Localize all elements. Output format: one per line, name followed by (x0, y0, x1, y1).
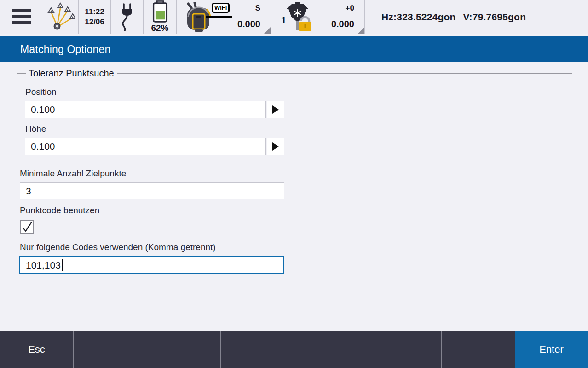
panel-expand-corner (264, 27, 271, 34)
power-plug-icon (118, 3, 136, 31)
resection-status-button[interactable] (44, 0, 79, 34)
min-points-input[interactable]: 3 (20, 182, 284, 199)
position-label: Position (25, 87, 57, 97)
hz-angle-readout: Hz:323.5224gon (381, 12, 456, 22)
v-angle-readout: V:79.7695gon (463, 12, 526, 22)
height-expand-button[interactable] (267, 138, 284, 155)
softkey-2[interactable] (73, 331, 147, 368)
use-pointcode-checkbox[interactable] (20, 220, 34, 234)
status-time: 11:22 (85, 7, 104, 17)
height-value: 0.100 (31, 141, 55, 152)
target-offset-label: +0 (346, 4, 354, 13)
codes-input[interactable]: 101,103 (19, 256, 284, 274)
resection-icon (47, 2, 75, 32)
radio-link-line (206, 16, 232, 18)
target-id-label: 1 (281, 15, 286, 26)
status-date: 12/06 (85, 17, 104, 27)
softkey-6[interactable] (368, 331, 441, 368)
min-points-value: 3 (26, 186, 31, 197)
clock-panel: 11:22 12/06 (79, 0, 111, 34)
form-area: Toleranz Punktsuche Position 0.100 Höhe … (0, 62, 588, 331)
screen: 11:22 12/06 62% (0, 0, 588, 368)
codes-value: 101,103 (26, 260, 61, 271)
arrow-right-icon (272, 105, 279, 114)
power-status-panel (111, 0, 144, 34)
function-key-bar: Esc Enter (0, 331, 588, 368)
menu-button[interactable] (0, 0, 44, 34)
panel-expand-corner (358, 27, 364, 34)
position-input[interactable]: 0.100 (25, 101, 266, 118)
wifi-badge: WiFi (212, 3, 230, 13)
battery-panel: 62% (144, 0, 177, 34)
text-cursor (62, 259, 63, 271)
softkey-5[interactable] (294, 331, 368, 368)
page-title: Matching Optionen (20, 43, 110, 56)
battery-icon (151, 0, 169, 23)
checkmark-icon (21, 221, 33, 233)
enter-button[interactable]: Enter (515, 331, 588, 368)
instrument-status-button[interactable]: WiFi S 0.000 (177, 0, 271, 34)
position-value: 0.100 (31, 104, 55, 115)
target-status-button[interactable]: 1 +0 0.000 (271, 0, 365, 34)
instrument-mode-label: S (255, 4, 260, 13)
target-value: 0.000 (331, 19, 354, 29)
position-expand-button[interactable] (267, 101, 284, 118)
softkey-3[interactable] (147, 331, 220, 368)
status-bar: 11:22 12/06 62% (0, 0, 588, 34)
battery-percent: 62% (151, 23, 168, 33)
min-points-label: Minimale Anzahl Zielpunkte (20, 169, 126, 179)
tolerance-group: Toleranz Punktsuche Position 0.100 Höhe … (17, 73, 572, 163)
hamburger-icon (12, 6, 31, 27)
arrow-right-icon (272, 142, 279, 151)
esc-button[interactable]: Esc (0, 331, 73, 368)
angle-readout-panel: Hz:323.5224gonV:79.7695gon (365, 0, 588, 34)
tolerance-group-legend: Toleranz Punktsuche (26, 67, 117, 80)
softkey-4[interactable] (220, 331, 294, 368)
title-bar: Matching Optionen (0, 36, 588, 62)
height-label: Höhe (25, 124, 46, 134)
softkey-7[interactable] (441, 331, 515, 368)
instrument-value: 0.000 (237, 19, 260, 29)
esc-button-label: Esc (28, 344, 45, 356)
use-pointcode-label: Punktcode benutzen (20, 205, 99, 216)
height-input[interactable]: 0.100 (25, 138, 266, 155)
enter-button-label: Enter (539, 344, 564, 356)
codes-label: Nur folgende Codes verwenden (Komma getr… (20, 242, 216, 252)
